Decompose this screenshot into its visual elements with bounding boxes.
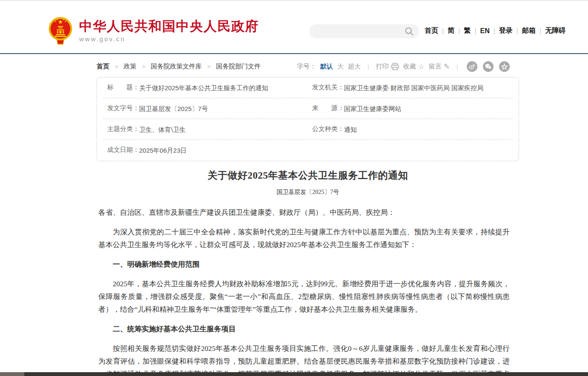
pencil-icon: ✎: [444, 62, 450, 71]
nav-english[interactable]: EN: [480, 27, 489, 35]
nav-divider: |: [517, 27, 518, 35]
meta-title-label: 标 题：: [103, 83, 139, 91]
breadcrumb-policy-library[interactable]: 国务院政策文件库: [151, 63, 202, 71]
meta-doc-number-label: 发文字号：: [103, 104, 139, 112]
toolbar-divider: |: [365, 63, 372, 70]
nav-mail[interactable]: 邮箱: [522, 26, 536, 35]
nav-home[interactable]: 首页: [425, 26, 438, 35]
search-icon[interactable]: [405, 27, 414, 36]
site-header: 中华人民共和国中央人民政府 www.gov.cn 首页 | 简 | 繁 | EN…: [0, 1, 588, 53]
nav-divider: |: [539, 27, 541, 35]
document-meta-box: 标 题： 关于做好2025年基本公共卫生服务工作的通知 发文机关： 国家卫生健康…: [97, 77, 519, 161]
nav-simplified[interactable]: 简: [448, 26, 454, 35]
main-content: 首页 > 政策 > 国务院政策文件库 > 国务院部门文件 字号： 默认 大 超大…: [97, 61, 519, 376]
star-icon: ☆: [418, 62, 425, 71]
page-toolbar: 字号： 默认 大 超大 | 打印 收藏 ☆ 留言 ✎ |: [297, 61, 510, 72]
toolbar-divider: |: [454, 63, 461, 70]
meta-issuing-agency-label: 发文机关：: [308, 83, 344, 91]
font-size-large-button[interactable]: 大: [337, 63, 344, 71]
meta-doc-number-value: 国卫基层发〔2025〕7号: [139, 104, 208, 113]
meta-date-value: 2025年06月23日: [139, 146, 187, 155]
nav-divider: |: [442, 27, 444, 35]
document-body: 各省、自治区、直辖市及新疆生产建设兵团卫生健康委、财政厅（局）、中医药局、疾控局…: [98, 206, 517, 376]
favorite-label: 收藏: [403, 63, 416, 71]
paragraph-salutation: 各省、自治区、直辖市及新疆生产建设兵团卫生健康委、财政厅（局）、中医药局、疾控局…: [98, 206, 510, 219]
search-input[interactable]: [309, 24, 419, 38]
nav-accessibility[interactable]: 无障碍: [545, 26, 565, 35]
document-title: 关于做好2025年基本公共卫生服务工作的通知: [98, 169, 517, 182]
nav-divider: |: [458, 27, 460, 35]
share-wechat-button[interactable]: [483, 61, 494, 72]
meta-topic-label: 主题分类：: [103, 125, 139, 133]
nav-divider: |: [494, 27, 495, 35]
header-rule: [0, 53, 588, 54]
meta-source-value: 国家卫生健康委网站: [344, 104, 402, 113]
comment-label: 留言: [429, 63, 442, 71]
section-heading-1: 一、明确新增经费使用范围: [98, 258, 510, 271]
section-heading-2: 二、统筹实施好基本公共卫生服务项目: [98, 323, 510, 336]
breadcrumb: 首页 > 政策 > 国务院政策文件库 > 国务院部门文件: [97, 63, 261, 71]
footer-bar: [0, 372, 588, 376]
meta-row: 标 题： 关于做好2025年基本公共卫生服务工作的通知 发文机关： 国家卫生健康…: [103, 77, 513, 98]
meta-row: 发文字号： 国卫基层发〔2025〕7号 来 源： 国家卫生健康委网站: [103, 98, 513, 119]
paragraph: 2025年，基本公共卫生服务经费人均财政补助标准增加5元，达到99元。新增经费用…: [98, 278, 510, 316]
share-buttons: [467, 61, 510, 72]
print-button[interactable]: 打印: [376, 63, 399, 71]
share-qzone-button[interactable]: [499, 61, 510, 72]
breadcrumb-home[interactable]: 首页: [97, 63, 109, 71]
meta-title-value: 关于做好2025年基本公共卫生服务工作的通知: [139, 83, 268, 92]
font-size-default-button[interactable]: 默认: [320, 63, 333, 71]
nav-login[interactable]: 登录: [499, 26, 513, 35]
paragraph: 为深入贯彻党的二十届三中全会精神，落实新时代党的卫生与健康工作方针中以基层为重点…: [98, 226, 510, 251]
breadcrumb-policy[interactable]: 政策: [124, 63, 137, 71]
site-url: www.gov.cn: [79, 35, 259, 43]
wechat-icon: [485, 63, 492, 70]
nav-divider: |: [474, 27, 476, 35]
comment-button[interactable]: 留言 ✎: [429, 62, 450, 71]
footer-bar-segment: [0, 372, 24, 376]
meta-topic-value: 卫生、体育\卫生: [139, 125, 186, 134]
printer-icon: [391, 63, 399, 70]
font-size-xlarge-button[interactable]: 超大: [348, 63, 361, 71]
meta-doc-type-value: 通知: [344, 125, 357, 134]
breadcrumb-separator: >: [142, 63, 146, 70]
meta-doc-type-label: 公文种类：: [308, 125, 344, 133]
document-article: 关于做好2025年基本公共卫生服务工作的通知 国卫基层发〔2025〕7号 各省、…: [97, 169, 519, 376]
breadcrumb-separator: >: [207, 63, 211, 70]
search-box[interactable]: [309, 24, 419, 38]
font-size-label: 字号：: [297, 63, 316, 71]
meta-row: 成文日期： 2025年06月23日: [103, 140, 513, 161]
paragraph: 按照相关服务规范切实做好2025年基本公共卫生服务项目实施工作。强化0～6岁儿童…: [98, 342, 510, 376]
site-logo[interactable]: 中华人民共和国中央人民政府 www.gov.cn: [47, 16, 259, 45]
document-number: 国卫基层发〔2025〕7号: [98, 188, 517, 196]
print-label: 打印: [376, 63, 389, 71]
weibo-icon: [468, 63, 476, 70]
meta-source-label: 来 源：: [308, 104, 344, 112]
breadcrumb-department-docs[interactable]: 国务院部门文件: [216, 63, 261, 71]
top-nav: 首页 | 简 | 繁 | EN | 登录 | 邮箱 | 无障碍: [425, 26, 565, 35]
meta-issuing-agency-value: 国家卫生健康委 财政部 国家中医药局 国家疾控局: [344, 83, 484, 92]
share-weibo-button[interactable]: [467, 61, 477, 72]
meta-date-label: 成文日期：: [103, 146, 139, 154]
favorite-button[interactable]: 收藏 ☆: [403, 62, 425, 71]
qzone-star-icon: [501, 63, 508, 70]
meta-row: 主题分类： 卫生、体育\卫生 公文种类： 通知: [103, 119, 513, 140]
breadcrumb-separator: >: [115, 63, 118, 70]
national-emblem-icon: [47, 16, 74, 45]
site-title: 中华人民共和国中央人民政府: [79, 19, 259, 34]
nav-traditional[interactable]: 繁: [464, 26, 471, 35]
